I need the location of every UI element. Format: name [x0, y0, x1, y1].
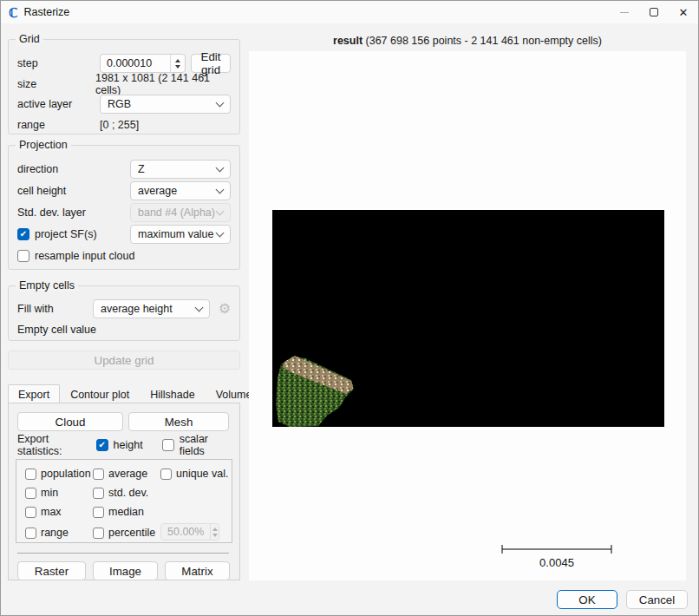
- median-label: median: [108, 506, 144, 518]
- step-spinbox[interactable]: 0.000010: [100, 54, 186, 73]
- check-icon: ✔: [20, 230, 27, 239]
- chevron-down-icon: [216, 206, 225, 215]
- fill-with-dropdown[interactable]: average height: [93, 299, 210, 318]
- close-button[interactable]: ✕: [669, 1, 698, 23]
- range-label-stat: range: [41, 527, 69, 539]
- cell-height-value: average: [138, 185, 177, 197]
- empty-cell-value-label: Empty cell value: [17, 324, 96, 336]
- scale-value: 0.0045: [500, 556, 613, 569]
- result-stats: (367 698 156 points - 2 141 461 non-empt…: [363, 35, 602, 47]
- tab-export[interactable]: Export: [8, 384, 60, 403]
- tab-contour-plot[interactable]: Contour plot: [60, 385, 140, 403]
- scalar-fields-checkbox[interactable]: [162, 439, 174, 451]
- statistics-frame: population average unique val. min std. …: [16, 459, 232, 543]
- export-raster-button[interactable]: Raster: [17, 561, 86, 580]
- std-dev-layer-value: band #4 (Alpha): [138, 206, 215, 219]
- max-checkbox[interactable]: [25, 507, 36, 518]
- chevron-down-icon: [216, 228, 225, 237]
- update-grid-button[interactable]: Update grid: [8, 351, 240, 370]
- export-mesh-button[interactable]: Mesh: [128, 412, 229, 431]
- project-sf-label: project SF(s): [35, 228, 130, 240]
- height-label: height: [114, 439, 143, 451]
- grid-group-title: Grid: [16, 33, 43, 45]
- active-layer-label: active layer: [17, 98, 100, 110]
- projection-group-title: Projection: [16, 139, 71, 151]
- close-icon: ✕: [679, 7, 689, 18]
- result-title: result: [333, 35, 363, 47]
- maximize-icon: [650, 8, 658, 16]
- cloudcompare-logo-icon: ℂ: [9, 6, 17, 19]
- step-spin-arrows[interactable]: [170, 55, 185, 72]
- average-checkbox[interactable]: [93, 469, 104, 480]
- population-checkbox[interactable]: [25, 469, 36, 480]
- projection-groupbox: Projection direction Z cell height avera…: [8, 145, 240, 270]
- empty-cells-group-title: Empty cells: [16, 279, 78, 292]
- active-layer-dropdown[interactable]: RGB: [100, 95, 231, 114]
- check-icon: ✔: [98, 441, 105, 449]
- percentile-label: percentile: [108, 527, 155, 539]
- std-dev-layer-label: Std. dev. layer: [17, 206, 130, 219]
- export-cloud-button[interactable]: Cloud: [17, 412, 123, 431]
- fill-with-value: average height: [101, 303, 173, 315]
- resample-input-cloud-checkbox[interactable]: [17, 250, 29, 262]
- size-value: 1981 x 1081 (2 141 461 cells): [95, 72, 231, 96]
- export-image-button[interactable]: Image: [93, 561, 158, 580]
- empty-cells-groupbox: Empty cells Fill with average height ⚙ E…: [8, 285, 240, 341]
- chevron-down-icon: [216, 99, 225, 108]
- project-sf-value: maximum value: [138, 228, 214, 240]
- percentile-value: 50.00%: [161, 526, 210, 538]
- percentile-checkbox[interactable]: [93, 528, 104, 539]
- unique-val-checkbox[interactable]: [160, 469, 172, 480]
- tab-bar: Export Contour plot Hillshade Volume: [8, 384, 262, 403]
- chevron-down-icon: [216, 163, 225, 172]
- population-label: population: [41, 468, 91, 480]
- std-dev-checkbox[interactable]: [93, 488, 104, 499]
- min-label: min: [41, 487, 58, 499]
- direction-value: Z: [138, 163, 145, 175]
- height-checkbox[interactable]: ✔: [96, 439, 108, 451]
- average-label: average: [108, 468, 147, 480]
- range-value: [0 ; 255]: [100, 119, 139, 131]
- export-statistics-label: Export statistics:: [17, 433, 91, 457]
- spin-down-icon: [175, 65, 180, 69]
- step-label: step: [17, 57, 100, 69]
- unique-val-label: unique val.: [176, 468, 228, 480]
- resample-input-cloud-label: resample input cloud: [35, 250, 134, 262]
- cell-height-label: cell height: [17, 185, 130, 197]
- cancel-button[interactable]: Cancel: [626, 590, 688, 609]
- title-bar: ℂ Rasterize ✕: [1, 1, 698, 23]
- min-checkbox[interactable]: [25, 488, 36, 499]
- edit-grid-button[interactable]: Edit grid: [191, 54, 231, 73]
- preview-panel: 0.0045: [249, 51, 686, 580]
- maximize-button[interactable]: [639, 1, 669, 23]
- range-checkbox[interactable]: [25, 528, 36, 539]
- chevron-down-icon: [216, 185, 225, 193]
- spin-up-icon: [212, 528, 218, 531]
- spin-up-icon: [175, 59, 180, 62]
- minimize-icon: [620, 12, 629, 13]
- spin-down-icon: [212, 534, 218, 537]
- rasterize-dialog: { "window": { "title": "Rasterize", "ico…: [0, 0, 699, 616]
- scale-bar: [500, 543, 613, 555]
- minimize-button[interactable]: [610, 1, 639, 23]
- tab-hillshade[interactable]: Hillshade: [140, 385, 205, 403]
- window-controls: ✕: [610, 1, 698, 23]
- project-sf-dropdown[interactable]: maximum value: [130, 225, 231, 244]
- size-label: size: [17, 78, 95, 90]
- point-cloud-viewport[interactable]: [272, 210, 664, 427]
- scalar-fields-label: scalar fields: [180, 433, 232, 457]
- separator-line: [17, 553, 229, 554]
- std-dev-label: std. dev.: [108, 487, 148, 499]
- range-label: range: [17, 119, 100, 131]
- ok-button[interactable]: OK: [557, 590, 617, 609]
- export-tab-pane: Cloud Mesh Export statistics: ✔ height s…: [8, 403, 240, 580]
- std-dev-layer-dropdown: band #4 (Alpha): [130, 203, 231, 222]
- gear-icon: ⚙: [219, 302, 231, 316]
- median-checkbox[interactable]: [93, 507, 104, 518]
- project-sf-checkbox[interactable]: ✔: [17, 228, 29, 240]
- fill-with-label: Fill with: [17, 303, 93, 315]
- cell-height-dropdown[interactable]: average: [130, 181, 231, 200]
- percentile-spinbox: 50.00%: [160, 523, 219, 541]
- direction-dropdown[interactable]: Z: [130, 160, 231, 179]
- export-matrix-button[interactable]: Matrix: [165, 561, 230, 580]
